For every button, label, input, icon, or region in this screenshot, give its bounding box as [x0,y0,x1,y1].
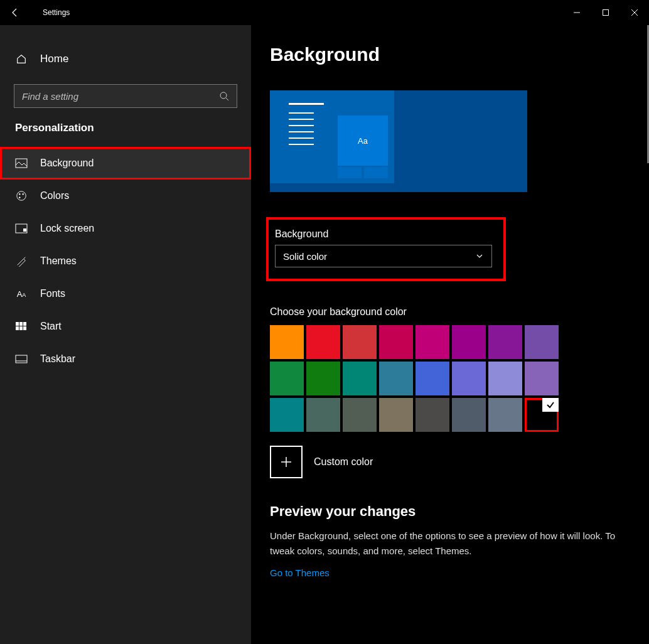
sidebar-item-taskbar[interactable]: Taskbar [0,343,251,375]
chevron-down-icon [475,252,484,260]
minimize-button[interactable] [562,0,591,25]
minimize-icon [573,9,581,16]
color-swatch[interactable] [306,398,340,432]
maximize-button[interactable] [591,0,620,25]
back-button[interactable] [0,0,30,25]
color-swatch[interactable] [488,398,522,432]
themes-icon [15,255,28,267]
preview-lines-icon [289,103,324,150]
plus-icon [280,456,292,468]
color-swatch[interactable] [525,398,559,432]
color-swatch[interactable] [379,362,413,395]
search-icon [219,91,229,101]
palette-icon [15,190,28,202]
color-swatch[interactable] [416,325,449,359]
preview-sample-text: Aa [358,136,368,146]
custom-color-button[interactable] [270,446,303,478]
close-button[interactable] [620,0,649,25]
color-swatch[interactable] [452,362,486,395]
color-swatch[interactable] [488,362,522,395]
preview-changes-heading: Preview your changes [270,503,630,520]
svg-rect-19 [16,355,27,363]
preview-small-tile [364,167,388,178]
svg-rect-18 [23,326,26,330]
content-area: Background Aa Background Solid color Cho… [251,25,649,644]
color-swatch[interactable] [343,362,377,395]
sidebar-home[interactable]: Home [0,44,251,74]
preview-small-tile [338,167,362,178]
color-swatch[interactable] [452,325,486,359]
color-swatch[interactable] [343,325,377,359]
color-swatch[interactable] [270,362,304,395]
titlebar: Settings [0,0,649,25]
color-swatch[interactable] [379,398,413,432]
picture-icon [15,157,28,169]
svg-point-10 [19,197,20,198]
close-icon [631,9,638,16]
home-icon [15,53,28,65]
nav-label: Background [40,158,94,169]
start-icon [15,320,28,333]
nav-label: Fonts [40,288,65,299]
search-placeholder: Find a setting [22,91,219,102]
svg-point-4 [220,92,227,99]
svg-rect-1 [603,10,609,16]
go-to-themes-link[interactable]: Go to Themes [270,567,330,578]
preview-changes-body: Under Background, select one of the opti… [270,529,630,559]
color-swatch[interactable] [306,362,340,395]
color-swatch[interactable] [416,398,449,432]
checkmark-icon [542,398,559,412]
desktop-preview: Aa [270,90,527,192]
color-swatch[interactable] [452,398,486,432]
custom-color-row: Custom color [270,446,630,478]
background-type-group: Background Solid color [266,217,506,281]
lock-screen-icon [15,222,28,235]
color-swatch[interactable] [525,362,559,395]
window-controls [562,0,649,25]
sidebar-item-lock-screen[interactable]: Lock screen [0,212,251,245]
svg-rect-15 [23,322,26,326]
sidebar-item-themes[interactable]: Themes [0,245,251,277]
svg-rect-13 [16,322,19,326]
window-title: Settings [43,8,70,17]
taskbar-icon [15,353,28,365]
color-swatch[interactable] [306,325,340,359]
svg-point-9 [23,193,24,195]
fonts-icon: AA [15,287,28,300]
page-title: Background [270,44,630,65]
color-swatch[interactable] [270,398,304,432]
color-swatch[interactable] [488,325,522,359]
sidebar-category-heading: Personalization [0,122,251,147]
color-swatch[interactable] [270,325,304,359]
svg-point-8 [19,193,20,195]
sidebar: Home Find a setting Personalization Back… [0,25,251,644]
nav-label: Lock screen [40,223,94,234]
arrow-left-icon [10,8,20,18]
color-swatch[interactable] [379,325,413,359]
choose-color-label: Choose your background color [270,306,630,318]
svg-rect-17 [19,326,23,330]
background-type-dropdown[interactable]: Solid color [275,245,492,267]
custom-color-label: Custom color [314,456,373,468]
svg-rect-16 [16,326,19,330]
nav-label: Start [40,321,62,332]
nav-label: Themes [40,255,77,267]
sidebar-home-label: Home [40,53,68,65]
color-swatch[interactable] [343,398,377,432]
dropdown-value: Solid color [283,251,475,262]
nav-label: Taskbar [40,353,75,365]
color-swatch-grid [270,325,559,432]
sidebar-item-background[interactable]: Background [0,147,251,180]
color-swatch[interactable] [525,325,559,359]
color-swatch[interactable] [416,362,449,395]
preview-sample-tile: Aa [338,115,388,166]
svg-line-5 [226,98,228,100]
maximize-icon [602,9,609,16]
sidebar-item-colors[interactable]: Colors [0,180,251,212]
background-type-label: Background [275,228,497,240]
sidebar-item-fonts[interactable]: AA Fonts [0,277,251,310]
nav-label: Colors [40,190,69,201]
sidebar-item-start[interactable]: Start [0,310,251,343]
svg-point-7 [17,191,26,200]
search-input[interactable]: Find a setting [14,84,237,108]
